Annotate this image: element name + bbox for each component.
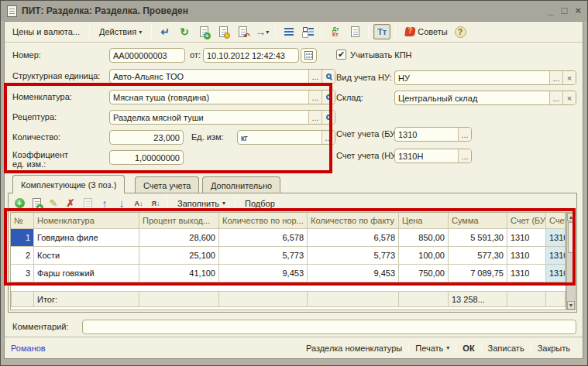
comment-input[interactable]	[82, 320, 576, 334]
quantity-input[interactable]: 23,000	[109, 130, 184, 145]
tab-accounts[interactable]: Счета учета	[135, 176, 199, 193]
ellipsis-button[interactable]: ...	[458, 128, 471, 141]
record-icon: ↵	[160, 26, 170, 38]
table-row[interactable]: 3 Фарш говяжий 41,100 9,453 9,453 750,00…	[11, 265, 566, 282]
refresh-button[interactable]: ↻	[176, 24, 193, 39]
chevron-down-icon: ▾	[222, 200, 225, 207]
unit-input[interactable]: кг ...	[237, 130, 335, 145]
number-label: Номер:	[12, 50, 41, 60]
prices-currency-button[interactable]: Цены и валюта...	[8, 25, 84, 39]
doc-type-button[interactable]: Разделка номенклатуры	[300, 341, 408, 355]
kpn-checkbox[interactable]: ✔ Учитывать КПН	[336, 50, 412, 60]
toolbar-separator	[89, 25, 90, 39]
pick-button[interactable]: Подбор	[239, 197, 280, 210]
structural-unit-label: Структурная единица:	[12, 71, 100, 80]
ellipsis-button[interactable]: ...	[458, 149, 471, 162]
delete-icon: ✗	[67, 197, 75, 209]
number-input[interactable]: АА000000003	[109, 48, 185, 63]
account-nu-input[interactable]: 1310Н ...	[394, 149, 472, 163]
scrollbar-thumb[interactable]	[568, 222, 574, 253]
nu-type-input[interactable]: НУ ... ×	[394, 70, 576, 85]
ellipsis-button[interactable]: ...	[322, 131, 335, 144]
checkbox-check-icon: ✔	[336, 50, 346, 60]
title-bar[interactable]: ПИТ: Разделка: Разделка. Проведен _ □ ×	[1, 1, 587, 21]
clear-button[interactable]: ×	[562, 71, 576, 84]
table-row[interactable]: 2 Кости 25,100 5,773 5,773 100,00 577,30…	[11, 247, 566, 265]
clear-button[interactable]: ×	[562, 91, 576, 104]
dt-kt-button[interactable]: ДтКт	[327, 24, 344, 39]
unpost-icon: ↶	[239, 26, 247, 37]
quantity-label: Количество:	[12, 132, 60, 142]
toolbar-separator	[368, 25, 369, 39]
open-button[interactable]	[322, 91, 335, 104]
col-percent[interactable]: Процент выход...	[139, 213, 219, 229]
structure-list-button[interactable]	[280, 24, 297, 39]
ok-button[interactable]: ОК	[456, 341, 480, 355]
move-up-button[interactable]: ↑	[97, 196, 112, 210]
post-document-button[interactable]	[215, 24, 232, 39]
col-acc-bu[interactable]: Счет (БУ)	[507, 213, 546, 229]
author-link[interactable]: Романов	[11, 344, 46, 353]
save-button[interactable]: Записать	[482, 341, 531, 355]
minimize-button[interactable]: _	[548, 5, 553, 16]
total-sum: 13 258...	[449, 291, 507, 307]
col-qty-fact[interactable]: Количество по факту	[308, 213, 399, 229]
save-record-button[interactable]: ↵	[156, 24, 174, 39]
delete-row-button[interactable]: ✗	[63, 196, 78, 210]
col-qty-norm[interactable]: Количество по нор...	[219, 213, 308, 229]
close-button[interactable]: ×	[575, 5, 581, 16]
col-num[interactable]: №	[11, 213, 34, 229]
refresh-icon: ↻	[180, 26, 189, 38]
col-acc-nu[interactable]: Счет...	[546, 213, 566, 229]
fill-menu-button[interactable]: Заполнить▾	[172, 197, 231, 210]
totals-toggle-button[interactable]: Тт	[373, 24, 390, 39]
help-icon[interactable]: ?	[455, 26, 466, 38]
table-row[interactable]: 1 Говядина филе 28,600 6,578 6,578 850,0…	[11, 229, 566, 247]
actions-menu-button[interactable]: Действия▾	[95, 25, 146, 39]
ellipsis-button[interactable]: ...	[549, 71, 562, 84]
maximize-button[interactable]: □	[562, 5, 568, 16]
open-button[interactable]	[322, 70, 335, 83]
warehouse-input[interactable]: Центральный склад ... ×	[394, 91, 576, 105]
edit-row-button[interactable]: ✎	[46, 196, 61, 210]
copy-document-button[interactable]: +	[195, 24, 212, 39]
ellipsis-button[interactable]: ...	[308, 111, 322, 124]
scroll-up-icon[interactable]: ▲	[567, 213, 575, 221]
ellipsis-button[interactable]: ...	[549, 91, 562, 104]
open-button[interactable]	[322, 111, 335, 124]
add-row-button[interactable]: +	[12, 196, 27, 210]
close-form-button[interactable]: Закрыть	[531, 341, 576, 355]
calendar-button[interactable]	[301, 48, 317, 63]
coefficient-input[interactable]: 1,00000000	[109, 150, 184, 165]
tab-components[interactable]: Комплектующие (3 поз.)	[12, 175, 125, 193]
window-title: ПИТ: Разделка: Разделка. Проведен	[22, 5, 543, 16]
ellipsis-button[interactable]: ...	[308, 70, 322, 83]
recipe-input[interactable]: Разделка мясной туши ...	[109, 110, 335, 125]
add-copy-row-button[interactable]: +	[29, 196, 44, 210]
totals-button[interactable]	[80, 196, 95, 210]
col-name[interactable]: Номенклатура	[34, 213, 139, 229]
col-price[interactable]: Цена	[399, 213, 449, 229]
settings-list-button[interactable]	[300, 24, 317, 39]
ellipsis-button[interactable]: ...	[308, 91, 322, 104]
col-sum[interactable]: Сумма	[449, 213, 507, 229]
move-down-button[interactable]: ↓	[114, 196, 129, 210]
date-input[interactable]: 10.10.2012 12:42:43	[203, 48, 299, 63]
vertical-scrollbar[interactable]: ▲ ▼	[566, 212, 576, 310]
report-button[interactable]	[346, 24, 363, 39]
sort-asc-icon: А↓	[135, 200, 143, 207]
tips-book-icon	[404, 27, 416, 36]
nomenclature-label: Номенклатура:	[12, 92, 72, 101]
tips-button[interactable]: Советы	[401, 25, 452, 39]
print-menu-button[interactable]: Печать▾	[409, 341, 456, 355]
structural-unit-input[interactable]: Авто-Альянс ТОО ...	[109, 69, 335, 84]
totals-icon: Тт	[377, 27, 387, 36]
nomenclature-input[interactable]: Мясная туша (говядина) ...	[109, 90, 335, 104]
account-bu-input[interactable]: 1310 ...	[394, 127, 472, 142]
sort-asc-button[interactable]: А↓	[131, 196, 146, 210]
sort-desc-button[interactable]: Я↓	[148, 196, 163, 210]
scroll-down-icon[interactable]: ▼	[567, 301, 575, 310]
unpost-document-button[interactable]: ↶	[234, 24, 251, 39]
go-to-button[interactable]: →▾	[253, 24, 270, 39]
tab-additional[interactable]: Дополнительно	[202, 176, 280, 193]
